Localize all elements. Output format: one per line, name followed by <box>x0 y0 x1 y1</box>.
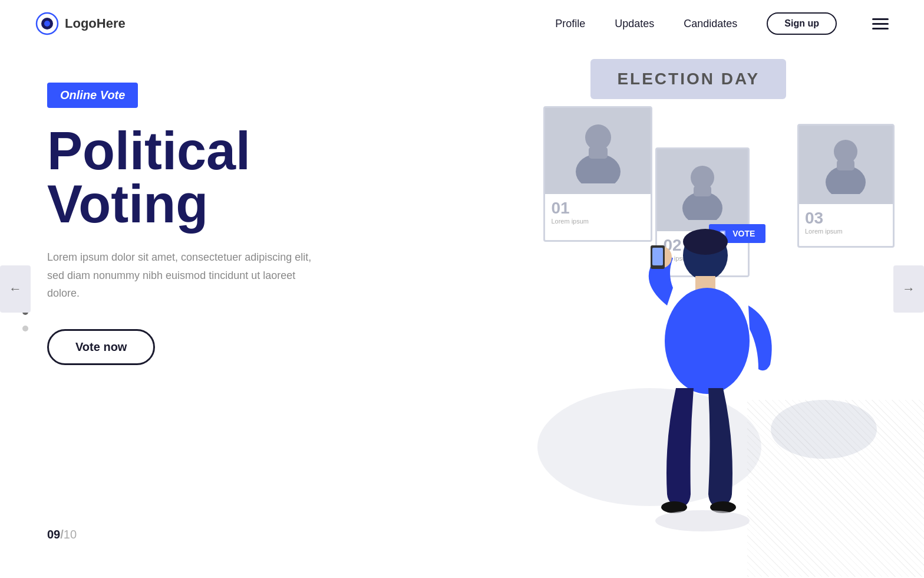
main-content: Online Vote Political Voting Lorem ipsum… <box>0 47 924 577</box>
nav-link-candidates[interactable]: Candidates <box>684 18 737 30</box>
card-photo-3 <box>799 126 893 204</box>
svg-rect-15 <box>837 160 854 170</box>
left-content: Online Vote Political Voting Lorem ipsum… <box>0 47 508 577</box>
election-banner: ELECTION DAY <box>590 59 786 99</box>
right-illustration: ELECTION DAY 01 Lorem ipsum <box>508 47 924 577</box>
main-title: Political Voting <box>47 124 473 231</box>
pagination: 09/10 <box>47 528 77 541</box>
vote-now-button[interactable]: Vote now <box>47 329 155 365</box>
arrow-left-icon: ← <box>9 281 22 297</box>
svg-point-17 <box>683 229 728 255</box>
card-info-3: 03 Lorem ipsum <box>799 204 893 239</box>
arrow-right-icon: → <box>902 281 915 297</box>
person-figure <box>620 205 785 547</box>
svg-point-3 <box>585 124 611 150</box>
svg-point-2 <box>44 21 50 27</box>
svg-point-19 <box>665 288 750 394</box>
nav-arrow-right[interactable]: → <box>893 265 924 313</box>
hamburger-menu[interactable] <box>872 18 889 29</box>
main-nav: Profile Updates Candidates Sign up <box>555 12 889 35</box>
logo: LogoHere <box>35 12 126 35</box>
svg-rect-5 <box>589 147 608 159</box>
card-number-3: 03 <box>805 209 887 228</box>
logo-icon <box>35 12 59 35</box>
person-illustration-1 <box>569 119 628 183</box>
person-illustration-3 <box>819 135 872 194</box>
logo-text: LogoHere <box>65 16 126 31</box>
nav-link-updates[interactable]: Updates <box>615 18 654 30</box>
nav-arrow-left[interactable]: ← <box>0 265 31 313</box>
candidate-card-3: 03 Lorem ipsum <box>797 124 895 248</box>
header: LogoHere Profile Updates Candidates Sign… <box>0 0 924 47</box>
card-lorem-3: Lorem ipsum <box>805 228 887 235</box>
signup-button[interactable]: Sign up <box>767 12 837 35</box>
svg-point-25 <box>655 510 750 531</box>
card-photo-1 <box>545 108 651 194</box>
election-banner-text: ELECTION DAY <box>617 70 760 88</box>
pagination-current: 09 <box>47 528 60 541</box>
svg-rect-8 <box>694 186 711 196</box>
online-vote-badge: Online Vote <box>47 83 138 108</box>
person-svg <box>620 205 785 547</box>
nav-link-profile[interactable]: Profile <box>555 18 585 30</box>
svg-rect-22 <box>652 248 663 265</box>
hero-description: Lorem ipsum dolor sit amet, consectetuer… <box>47 248 330 303</box>
